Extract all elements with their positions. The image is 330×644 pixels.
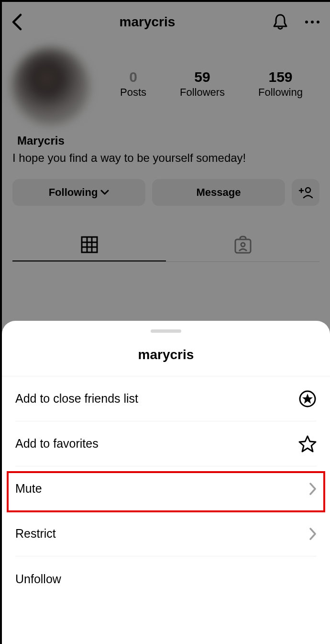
sheet-item-unfollow[interactable]: Unfollow	[15, 556, 317, 601]
sheet-title: marycris	[2, 347, 330, 376]
chevron-right-icon	[309, 482, 317, 496]
sheet-item-close-friends[interactable]: Add to close friends list	[15, 376, 317, 421]
following-sheet: marycris Add to close friends list Add t…	[2, 321, 330, 644]
sheet-item-restrict[interactable]: Restrict	[15, 511, 317, 556]
sheet-item-mute[interactable]: Mute	[15, 466, 317, 511]
sheet-grabber[interactable]	[151, 329, 181, 333]
chevron-right-icon	[309, 527, 317, 541]
star-circle-icon	[298, 390, 317, 408]
sheet-item-favorites[interactable]: Add to favorites	[15, 421, 317, 466]
star-icon	[298, 435, 317, 453]
